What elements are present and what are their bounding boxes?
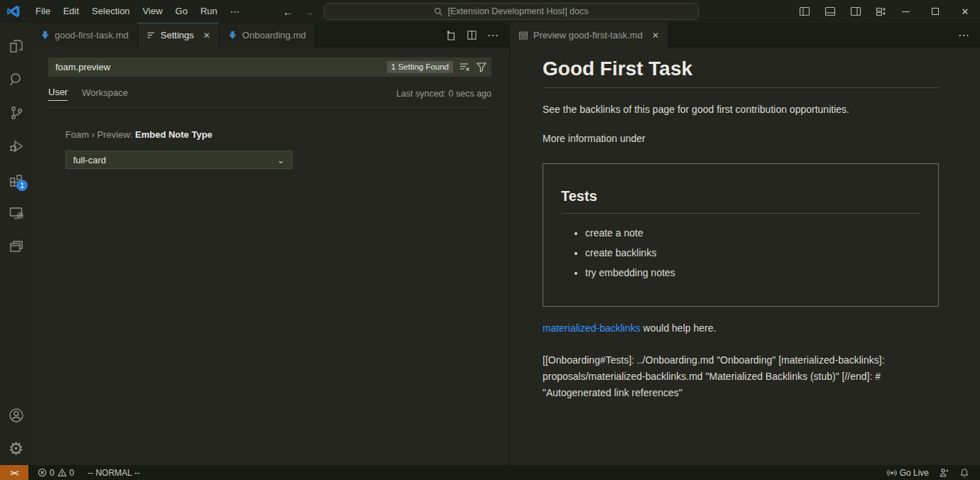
go-live-label: Go Live (900, 468, 929, 478)
filter-settings-icon[interactable] (476, 61, 487, 72)
preview-intro: See the backlinks of this page for good … (543, 103, 939, 117)
last-synced-label: Last synced: 0 secs ago (396, 89, 491, 99)
close-tab-icon[interactable]: ✕ (203, 31, 210, 40)
activity-bar: 1 ⚙ (0, 23, 32, 465)
menu-selection[interactable]: Selection (85, 4, 136, 19)
backlink-paragraph: materialized-backlinks would help here. (543, 322, 939, 336)
split-editor-icon[interactable] (467, 30, 477, 40)
tab-preview-good-first-task[interactable]: Preview good-first-task.md ✕ (510, 23, 668, 48)
editor-layouts-icon[interactable] (0, 229, 32, 263)
menu-run[interactable]: Run (194, 4, 224, 19)
embed-note-type-select[interactable]: full-card ⌄ (65, 151, 293, 169)
embedded-note-list: create a note create backlinks try embed… (585, 227, 920, 280)
markdown-file-icon (40, 31, 50, 40)
toggle-primary-sidebar-icon[interactable] (795, 2, 814, 21)
setting-category: Foam › Preview: (65, 129, 135, 140)
customize-layout-icon[interactable] (872, 2, 891, 21)
source-control-icon[interactable] (0, 96, 32, 129)
vim-mode-indicator[interactable]: -- NORMAL -- (79, 465, 145, 480)
command-center-label: [Extension Development Host] docs (447, 6, 588, 16)
settings-editor-icon (146, 31, 156, 40)
status-bar: >< 0 0 -- NORMAL -- Go Live (0, 465, 980, 480)
tab-label: Preview good-first-task.md (533, 30, 643, 40)
warning-icon (58, 468, 67, 477)
chevron-down-icon: ⌄ (277, 155, 285, 165)
minimize-button[interactable] (891, 0, 920, 23)
problems-indicator[interactable]: 0 0 (33, 465, 79, 480)
extensions-icon[interactable]: 1 (0, 163, 32, 196)
close-tab-icon[interactable]: ✕ (652, 31, 659, 40)
more-actions-icon[interactable]: ⋯ (958, 28, 970, 42)
scope-tab-workspace[interactable]: Workspace (82, 87, 128, 101)
markdown-file-icon (228, 31, 237, 40)
list-item: try embedding notes (585, 266, 920, 280)
tab-settings[interactable]: Settings ✕ (138, 23, 219, 48)
backlink-paragraph-text: would help here. (641, 322, 717, 334)
scope-tab-user[interactable]: User (48, 87, 67, 101)
close-window-button[interactable]: ✕ (950, 0, 980, 23)
left-tab-strip: good-first-task.md Settings ✕ Onboarding… (32, 23, 509, 48)
remote-explorer-icon[interactable] (0, 196, 32, 229)
tab-good-first-task[interactable]: good-first-task.md (32, 23, 138, 48)
materialized-backlinks-link[interactable]: materialized-backlinks (543, 322, 641, 334)
markdown-preview-icon (518, 31, 528, 40)
maximize-button[interactable] (920, 0, 950, 23)
setting-embed-note-type: Foam › Preview: Embed Note Type full-car… (48, 129, 491, 169)
editor-group-left: good-first-task.md Settings ✕ Onboarding… (32, 23, 509, 465)
setting-name: Embed Note Type (135, 129, 212, 140)
setting-label: Foam › Preview: Embed Note Type (65, 129, 491, 140)
more-actions-icon[interactable]: ⋯ (487, 28, 499, 42)
feedback-icon[interactable] (934, 465, 954, 480)
error-icon (38, 468, 47, 477)
tab-label: Onboarding.md (242, 30, 306, 40)
error-count: 0 (50, 468, 55, 478)
select-value: full-card (73, 155, 106, 165)
toggle-secondary-sidebar-icon[interactable] (846, 2, 865, 21)
menu-more-icon[interactable]: ⋯ (224, 6, 246, 17)
manage-gear-icon[interactable]: ⚙ (0, 432, 32, 465)
remote-indicator[interactable]: >< (0, 465, 28, 480)
search-sidebar-icon[interactable] (0, 62, 32, 96)
vscode-logo-icon (6, 4, 21, 18)
embedded-note-heading: Tests (561, 188, 920, 214)
menu-edit[interactable]: Edit (57, 4, 85, 19)
search-icon (434, 7, 443, 16)
list-item: create a note (585, 227, 920, 240)
preview-title: Good First Task (543, 58, 939, 88)
menu-go[interactable]: Go (169, 4, 194, 19)
title-bar: File Edit Selection View Go Run ⋯ ← → [E… (0, 0, 980, 23)
clear-search-results-icon[interactable] (459, 61, 470, 72)
settings-search-box: 1 Setting Found (48, 58, 491, 77)
navigate-back-icon[interactable]: ← (283, 6, 293, 18)
extensions-badge: 1 (16, 180, 28, 191)
settings-scope-row: User Workspace Last synced: 0 secs ago (48, 87, 491, 108)
settings-editor: 1 Setting Found User Workspace Last sync… (32, 48, 509, 169)
run-debug-icon[interactable] (0, 129, 32, 163)
go-live-button[interactable]: Go Live (882, 465, 934, 480)
list-item: create backlinks (585, 246, 920, 260)
toggle-panel-icon[interactable] (821, 2, 839, 21)
accounts-icon[interactable] (0, 398, 32, 432)
right-tab-strip: Preview good-first-task.md ✕ ⋯ (510, 23, 980, 48)
tab-label: good-first-task.md (55, 30, 129, 40)
open-settings-json-icon[interactable] (445, 30, 457, 41)
settings-search-input[interactable] (48, 62, 387, 72)
editor-group-right: Preview good-first-task.md ✕ ⋯ Good Firs… (510, 23, 980, 465)
embedded-note-card: Tests create a note create backlinks try… (543, 163, 939, 307)
tab-label: Settings (160, 30, 194, 40)
command-center-search[interactable]: [Extension Development Host] docs (324, 3, 699, 20)
tab-onboarding[interactable]: Onboarding.md (219, 23, 315, 48)
menu-file[interactable]: File (29, 4, 57, 19)
link-references-text: [[Onboarding#Tests]: ../Onboarding.md "O… (543, 352, 939, 400)
markdown-preview: Good First Task See the backlinks of thi… (510, 48, 980, 400)
warning-count: 0 (70, 468, 75, 478)
preview-more-info: More information under (543, 132, 939, 146)
explorer-icon[interactable] (0, 29, 32, 62)
menu-view[interactable]: View (136, 4, 169, 19)
settings-results-badge: 1 Setting Found (387, 61, 453, 74)
navigate-forward-icon: → (303, 6, 314, 18)
notifications-bell-icon[interactable] (954, 465, 974, 480)
broadcast-icon (887, 468, 897, 478)
